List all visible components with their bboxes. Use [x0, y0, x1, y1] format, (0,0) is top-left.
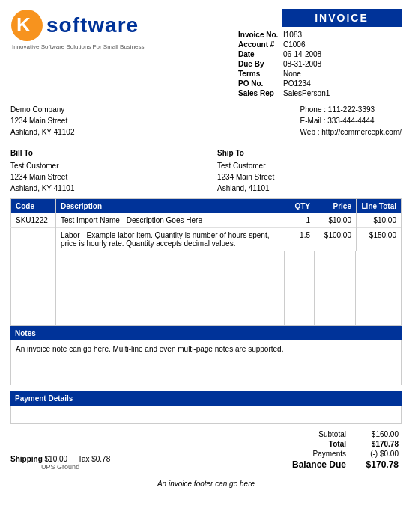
ship-to-col: Ship To Test Customer 1234 Main Street A… — [217, 147, 402, 194]
payments-value: (-) $0.00 — [349, 449, 402, 459]
notes-body: An invoice note can go here. Multi-line … — [10, 340, 402, 385]
invoice-meta-label: Date — [237, 49, 282, 59]
shipping-line: Shipping $10.00 Tax $0.78 — [10, 455, 110, 463]
logo-icon: K — [10, 9, 43, 42]
bill-to-address1: 1234 Main Street — [10, 171, 195, 183]
invoice-meta-row: Sales RepSalesPerson1 — [237, 88, 402, 98]
invoice-meta-row: Date06-14-2008 — [237, 49, 402, 59]
invoice-meta-label: Terms — [237, 69, 282, 79]
invoice-meta-row: PO No.PO1234 — [237, 79, 402, 88]
invoice-meta-value: PO1234 — [282, 79, 402, 88]
total-value: $170.78 — [349, 439, 402, 449]
invoice-meta-value: None — [282, 69, 402, 79]
company-section: Demo Company 1234 Main Street Ashland, K… — [10, 104, 402, 138]
company-name: Demo Company — [10, 104, 74, 115]
empty-price-col — [315, 251, 356, 325]
invoice-meta-value: SalesPerson1 — [282, 88, 402, 98]
shipping-method: UPS Ground — [10, 463, 110, 471]
col-header-line-total: Line Total — [357, 199, 402, 214]
total-label: Total — [252, 439, 349, 449]
item-qty: 1 — [285, 213, 315, 228]
item-price: $100.00 — [315, 228, 357, 251]
item-description: Labor - Example labor item. Quantity is … — [61, 231, 269, 248]
ship-to-header: Ship To — [217, 147, 402, 159]
company-email: E-Mail : 333-444-4444 — [300, 115, 402, 126]
invoice-meta-row: Account #C1006 — [237, 40, 402, 49]
item-line-total: $10.00 — [357, 213, 402, 228]
subtotal-value: $160.00 — [349, 429, 402, 439]
shipping-label: Shipping — [10, 455, 43, 463]
item-description: Test Import Name - Description Goes Here — [61, 216, 202, 224]
payments-row: Payments (-) $0.00 — [252, 449, 402, 459]
invoice-footer: An invoice footer can go here — [10, 480, 402, 488]
ship-to-address1: 1234 Main Street — [217, 171, 402, 183]
bill-to-city: Ashland, KY 41101 — [10, 183, 195, 194]
header: K software Innovative Software Solutions… — [10, 9, 402, 98]
empty-qty-col — [285, 251, 315, 325]
company-phone: Phone : 111-222-3393 — [300, 104, 402, 115]
items-table: Code Description QTY Price Line Total SK… — [10, 198, 402, 251]
logo-section: K software Innovative Software Solutions… — [10, 9, 145, 50]
tax-amount: $0.78 — [91, 455, 110, 463]
col-header-description: Description — [56, 199, 285, 214]
logo-wrapper: K software — [10, 9, 145, 42]
company-web: Web : http://commercepk.com/ — [300, 126, 402, 138]
invoice-page: K software Innovative Software Solutions… — [0, 0, 412, 532]
invoice-box: INVOICE Invoice No.I1083Account #C1006Da… — [237, 9, 402, 98]
tax-label: Tax — [78, 455, 90, 463]
invoice-meta: Invoice No.I1083Account #C1006Date06-14-… — [237, 30, 402, 98]
totals-table: Subtotal $160.00 Total $170.78 Payments … — [252, 429, 402, 471]
item-line-total: $150.00 — [357, 228, 402, 251]
item-code: SKU1222 — [11, 213, 56, 228]
item-qty: 1.5 — [285, 228, 315, 251]
subtotal-row: Subtotal $160.00 — [252, 429, 402, 439]
bill-to-name: Test Customer — [10, 160, 195, 171]
shipping-amount: $10.00 — [45, 455, 68, 463]
invoice-meta-value: 08-31-2008 — [282, 59, 402, 69]
company-info: Demo Company 1234 Main Street Ashland, K… — [10, 104, 74, 138]
subtotal-label: Subtotal — [252, 429, 349, 439]
contact-info: Phone : 111-222-3393 E-Mail : 333-444-44… — [300, 104, 402, 138]
ship-to-city: Ashland, 41101 — [217, 183, 402, 194]
invoice-title: INVOICE — [282, 9, 402, 27]
bill-ship-section: Bill To Test Customer 1234 Main Street A… — [10, 144, 402, 194]
invoice-meta-value: I1083 — [282, 30, 402, 40]
invoice-meta-value: C1006 — [282, 40, 402, 49]
logo-text: software — [46, 13, 139, 37]
balance-due-row: Balance Due $170.78 — [252, 459, 402, 471]
invoice-meta-row: Due By08-31-2008 — [237, 59, 402, 69]
invoice-meta-label: PO No. — [237, 79, 282, 88]
logo-tagline: Innovative Software Solutions For Small … — [12, 43, 145, 50]
item-desc-cell: Labor - Example labor item. Quantity is … — [56, 228, 285, 251]
invoice-meta-label: Account # — [237, 40, 282, 49]
item-price: $10.00 — [315, 213, 357, 228]
balance-due-value: $170.78 — [349, 459, 402, 471]
company-city-state-zip: Ashland, KY 41102 — [10, 126, 74, 138]
table-row: SKU1222 Test Import Name - Description G… — [11, 213, 402, 228]
invoice-meta-label: Sales Rep — [237, 88, 282, 98]
empty-rows-area — [10, 251, 402, 326]
invoice-meta-value: 06-14-2008 — [282, 49, 402, 59]
total-row: Total $170.78 — [252, 439, 402, 449]
bill-to-header: Bill To — [10, 147, 195, 159]
item-desc-cell: Test Import Name - Description Goes Here — [56, 213, 285, 228]
table-header-row: Code Description QTY Price Line Total — [11, 199, 402, 214]
empty-code-col — [11, 251, 56, 325]
item-code — [11, 228, 56, 251]
notes-header: Notes — [10, 326, 402, 340]
col-header-qty: QTY — [285, 199, 315, 214]
shipping-info: Shipping $10.00 Tax $0.78 UPS Ground — [10, 455, 110, 471]
balance-due-label: Balance Due — [252, 459, 349, 471]
invoice-meta-label: Due By — [237, 59, 282, 69]
payment-details-header: Payment Details — [10, 391, 402, 406]
invoice-meta-label: Invoice No. — [237, 30, 282, 40]
table-row: Labor - Example labor item. Quantity is … — [11, 228, 402, 251]
bottom-section: Shipping $10.00 Tax $0.78 UPS Ground Sub… — [10, 429, 402, 471]
col-header-code: Code — [11, 199, 56, 214]
payments-label: Payments — [252, 449, 349, 459]
empty-desc-col — [56, 251, 285, 325]
payment-details-body — [10, 406, 402, 424]
svg-text:K: K — [16, 13, 31, 36]
invoice-meta-row: Invoice No.I1083 — [237, 30, 402, 40]
ship-to-name: Test Customer — [217, 160, 402, 171]
